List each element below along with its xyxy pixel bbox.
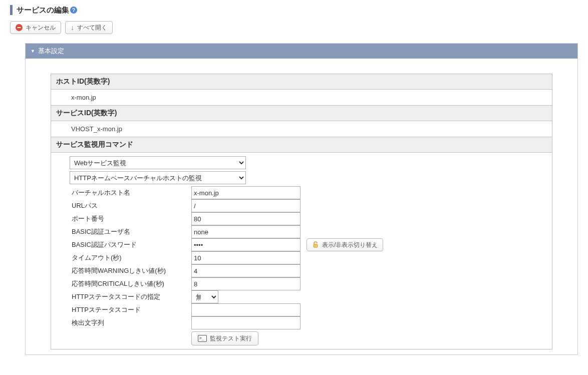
- vhost-label: バーチャルホスト名: [70, 186, 189, 199]
- run-test-label: 監視テスト実行: [210, 334, 252, 343]
- timeout-label: タイムアウト(秒): [70, 251, 189, 264]
- port-input[interactable]: [191, 212, 301, 225]
- unlock-icon: [312, 241, 319, 248]
- command-category-select[interactable]: Webサービス監視: [70, 156, 246, 169]
- settings-table: ホストID(英数字) x-mon.jp サービスID(英数字) VHOST_x-…: [51, 74, 552, 349]
- svg-rect-0: [18, 27, 21, 28]
- toolbar: キャンセル ↓ すべて開く: [10, 21, 578, 34]
- toggle-password-button[interactable]: 表示/非表示切り替え: [307, 238, 383, 251]
- crit-label: 応答時間CRITICALしきい値(秒): [70, 277, 189, 290]
- warn-input[interactable]: [191, 264, 301, 277]
- toggle-password-label: 表示/非表示切り替え: [322, 241, 378, 249]
- command-plugin-select[interactable]: HTTPネームベースバーチャルホストの監視: [70, 171, 246, 184]
- detect-string-label: 検出文字列: [70, 316, 189, 329]
- timeout-input[interactable]: [191, 251, 301, 264]
- run-test-button[interactable]: >_ 監視テスト実行: [191, 331, 258, 345]
- urlpath-label: URLパス: [70, 199, 189, 212]
- basic-user-label: BASIC認証ユーザ名: [70, 225, 189, 238]
- http-status-mode-select[interactable]: 無効: [191, 290, 218, 303]
- page-title: サービスの編集: [17, 6, 69, 15]
- command-label: サービス監視用コマンド: [51, 137, 552, 153]
- urlpath-input[interactable]: [191, 199, 301, 212]
- http-status-label: HTTPステータスコード: [70, 303, 189, 316]
- port-label: ポート番号: [70, 212, 189, 225]
- host-id-label: ホストID(英数字): [51, 74, 552, 90]
- http-status-input[interactable]: [191, 303, 301, 316]
- arrow-down-icon: ↓: [71, 24, 74, 32]
- panel-title: 基本設定: [38, 47, 64, 56]
- vhost-input[interactable]: [191, 186, 301, 199]
- service-id-label: サービスID(英数字): [51, 106, 552, 121]
- detect-string-input[interactable]: [191, 316, 301, 329]
- svg-rect-1: [314, 244, 318, 247]
- crit-input[interactable]: [191, 277, 301, 290]
- basic-pass-input[interactable]: [191, 238, 301, 251]
- service-id-value: VHOST_x-mon.jp: [51, 121, 552, 137]
- host-id-value: x-mon.jp: [51, 90, 552, 106]
- collapse-icon: ▼: [31, 49, 35, 54]
- cancel-button-label: キャンセル: [26, 24, 56, 32]
- basic-user-input[interactable]: [191, 225, 301, 238]
- basic-pass-label: BASIC認証パスワード: [70, 238, 189, 251]
- warn-label: 応答時間WARNINGしきい値(秒): [70, 264, 189, 277]
- terminal-icon: >_: [198, 335, 207, 342]
- expand-all-label: すべて開く: [77, 24, 107, 32]
- cancel-icon: [16, 24, 23, 31]
- http-status-mode-label: HTTPステータスコードの指定: [70, 290, 189, 303]
- basic-settings-panel: ▼ 基本設定 ホストID(英数字) x-mon.jp サービスID(英数字) V…: [25, 43, 578, 355]
- cancel-button[interactable]: キャンセル: [10, 21, 61, 34]
- basic-settings-header[interactable]: ▼ 基本設定: [26, 44, 577, 59]
- page-title-bar: サービスの編集 ?: [10, 5, 578, 15]
- expand-all-button[interactable]: ↓ すべて開く: [65, 21, 113, 34]
- help-icon[interactable]: ?: [70, 7, 77, 14]
